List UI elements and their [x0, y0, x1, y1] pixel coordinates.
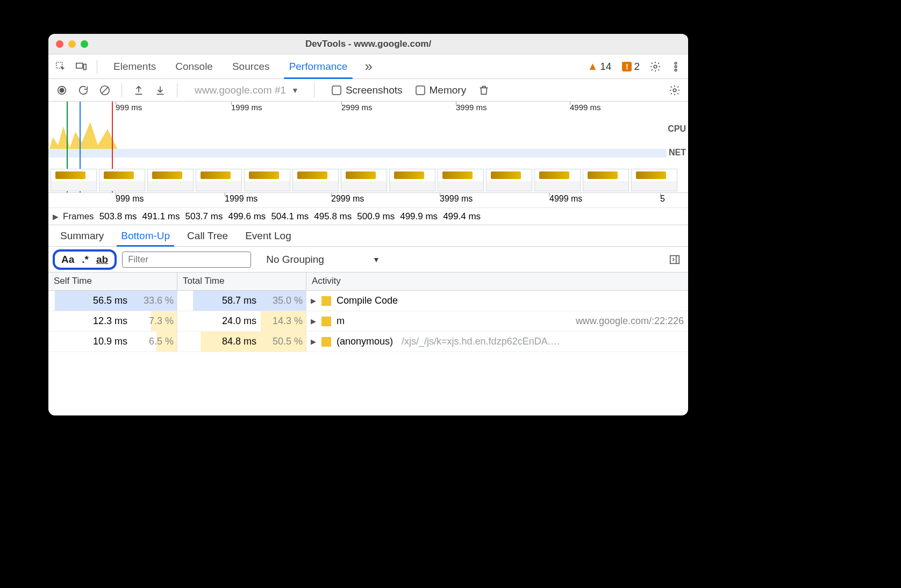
category-chip	[321, 337, 331, 347]
clear-button[interactable]	[96, 81, 114, 99]
screenshot-thumb[interactable]	[389, 169, 435, 191]
frame-value: 504.1 ms	[271, 211, 309, 222]
delete-profile-button[interactable]	[475, 81, 493, 99]
subtab-summary[interactable]: Summary	[52, 225, 112, 246]
col-activity[interactable]: Activity	[306, 273, 688, 290]
frames-track[interactable]: ▶ Frames 503.8 ms 491.1 ms 503.7 ms 499.…	[48, 208, 688, 225]
col-total-time[interactable]: Total Time	[177, 273, 306, 290]
screenshot-thumb[interactable]	[438, 169, 484, 191]
cell-activity: ▶mwww.google.com/:22:226	[306, 311, 688, 331]
checkbox-icon	[416, 85, 425, 95]
match-case-button[interactable]: Aa	[61, 254, 74, 266]
kebab-menu-icon[interactable]	[667, 58, 685, 76]
screenshot-thumb[interactable]	[244, 169, 290, 191]
whole-word-button[interactable]: ab	[96, 254, 108, 266]
overview-ruler-top: 999 ms 1999 ms 2999 ms 3999 ms 4999 ms	[48, 102, 688, 116]
tab-console[interactable]: Console	[166, 54, 223, 78]
screenshot-thumb[interactable]	[99, 169, 145, 191]
net-label: NET	[669, 148, 686, 157]
capture-settings-icon[interactable]	[666, 81, 684, 99]
frames-label: Frames	[63, 211, 99, 222]
errors-badge[interactable]: ! 2	[618, 61, 644, 73]
svg-rect-1	[76, 63, 83, 68]
svg-point-10	[673, 89, 676, 92]
frame-value: 503.8 ms	[99, 211, 137, 222]
screenshot-thumb[interactable]	[147, 169, 194, 191]
cell-self-time: 12.3 ms7.3 %	[48, 311, 177, 331]
screenshot-thumb[interactable]	[631, 169, 677, 191]
screenshots-checkbox[interactable]: Screenshots	[332, 84, 403, 96]
checkbox-icon	[332, 85, 341, 95]
screenshot-thumb[interactable]	[341, 169, 387, 191]
svg-rect-12	[670, 255, 680, 263]
tab-performance[interactable]: Performance	[280, 54, 357, 78]
screenshot-thumb[interactable]	[292, 169, 339, 191]
expand-icon[interactable]: ▶	[311, 317, 316, 325]
table-header: Self Time Total Time Activity	[48, 273, 688, 291]
tick: 4999 ms	[570, 103, 601, 112]
svg-point-3	[654, 65, 657, 68]
tab-elements[interactable]: Elements	[104, 54, 166, 78]
subtab-event-log[interactable]: Event Log	[237, 225, 300, 246]
timeline-ruler[interactable]: 999 ms 1999 ms 2999 ms 3999 ms 4999 ms 5	[48, 193, 688, 208]
profile-selector[interactable]: www.google.com #1 ▼	[195, 84, 306, 96]
warnings-badge[interactable]: ▲ 14	[583, 60, 616, 73]
regex-button[interactable]: .*	[82, 254, 89, 266]
divider	[121, 83, 122, 97]
tick: 4999 ms	[549, 194, 582, 204]
screenshot-thumb[interactable]	[196, 169, 242, 191]
tab-sources[interactable]: Sources	[223, 54, 280, 78]
svg-point-4	[675, 62, 677, 64]
profile-label: www.google.com #1	[195, 84, 286, 96]
cell-self-time: 56.5 ms33.6 %	[48, 291, 177, 311]
upload-profile-button[interactable]	[130, 81, 148, 99]
screenshot-filmstrip[interactable]	[48, 168, 688, 192]
expand-icon[interactable]: ▶	[48, 212, 63, 221]
memory-label: Memory	[430, 84, 467, 96]
screenshot-thumb[interactable]	[486, 169, 532, 191]
activity-name: m	[337, 315, 345, 327]
toggle-sidebar-button[interactable]	[666, 250, 684, 269]
expand-icon[interactable]: ▶	[311, 297, 316, 305]
table-row[interactable]: 10.9 ms6.5 %84.8 ms50.5 %▶(anonymous)/xj…	[48, 332, 688, 352]
screenshot-thumb[interactable]	[534, 169, 581, 191]
device-toolbar-icon[interactable]	[72, 58, 90, 76]
screenshot-thumb[interactable]	[583, 169, 629, 191]
frame-value: 499.6 ms	[228, 211, 266, 222]
settings-icon[interactable]	[646, 58, 664, 76]
record-button[interactable]	[53, 81, 71, 99]
filter-toolbar: Aa .* ab No Grouping ▼	[48, 247, 688, 273]
grouping-select[interactable]: No Grouping ▼	[266, 254, 380, 266]
timeline-overview[interactable]: 999 ms 1999 ms 2999 ms 3999 ms 4999 ms C…	[48, 102, 688, 193]
more-tabs-button[interactable]: »	[359, 58, 377, 75]
category-chip	[321, 296, 331, 306]
inspect-element-icon[interactable]	[52, 58, 70, 76]
frame-value: 500.9 ms	[357, 211, 395, 222]
download-profile-button[interactable]	[151, 81, 169, 99]
divider	[97, 60, 97, 74]
expand-icon[interactable]: ▶	[311, 338, 316, 346]
screenshot-thumb[interactable]	[51, 169, 97, 191]
memory-checkbox[interactable]: Memory	[416, 84, 467, 96]
table-row[interactable]: 12.3 ms7.3 %24.0 ms14.3 %▶mwww.google.co…	[48, 311, 688, 332]
frame-value: 495.8 ms	[314, 211, 352, 222]
filter-input[interactable]	[122, 252, 251, 268]
cell-total-time: 58.7 ms35.0 %	[177, 291, 306, 311]
source-link[interactable]: www.google.com/:22:226	[576, 315, 684, 327]
frame-value: 499.4 ms	[443, 211, 481, 222]
activity-name: (anonymous)	[337, 336, 393, 347]
category-chip	[321, 317, 331, 326]
tick: 1999 ms	[225, 194, 258, 204]
window-title: DevTools - www.google.com/	[48, 39, 688, 49]
warning-icon: ▲	[587, 60, 598, 73]
tick: 3999 ms	[456, 103, 487, 112]
subtab-call-tree[interactable]: Call Tree	[178, 225, 237, 246]
table-row[interactable]: 56.5 ms33.6 %58.7 ms35.0 %▶Compile Code	[48, 291, 688, 311]
reload-record-button[interactable]	[74, 81, 92, 99]
svg-point-6	[675, 69, 677, 71]
col-self-time[interactable]: Self Time	[48, 273, 177, 290]
cell-total-time: 84.8 ms50.5 %	[177, 332, 306, 352]
subtab-bottom-up[interactable]: Bottom-Up	[112, 225, 178, 246]
source-link[interactable]: /xjs/_/js/k=xjs.hd.en.fdzp62cEnDA.…	[402, 336, 560, 347]
svg-point-8	[60, 88, 63, 92]
